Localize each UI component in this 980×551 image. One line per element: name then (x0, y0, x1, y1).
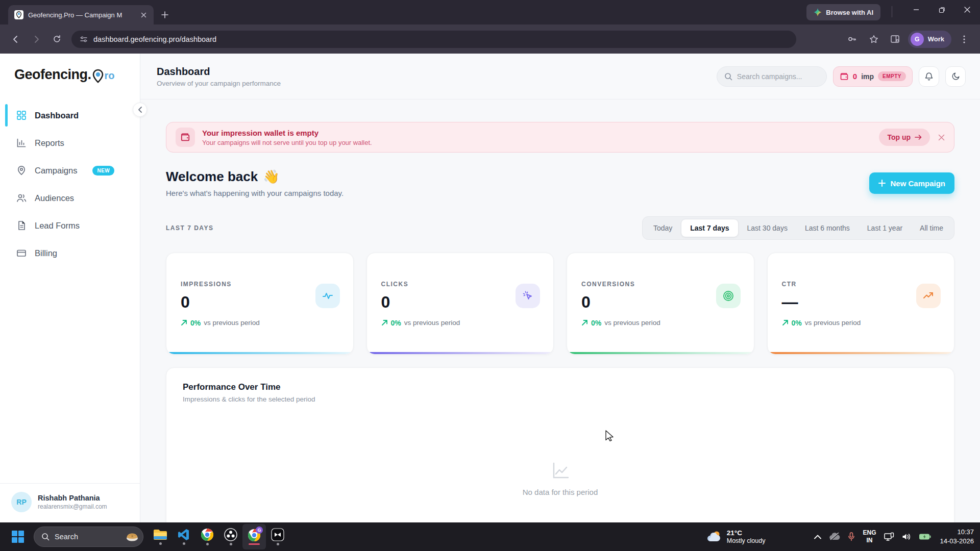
tab-today[interactable]: Today (645, 219, 681, 237)
sidebar-item-reports[interactable]: Reports (0, 129, 140, 157)
tab-favicon (14, 10, 23, 19)
browse-with-ai-button[interactable]: Browse with AI (806, 4, 880, 20)
tab-last-30-days[interactable]: Last 30 days (739, 219, 796, 237)
period-controls: LAST 7 DAYS Today Last 7 days Last 30 da… (166, 216, 954, 240)
taskbar-clock[interactable]: 10:37 14-03-2026 (940, 528, 974, 546)
clicks-card: CLICKS 0 0% vs previous period (366, 253, 554, 355)
grid-icon (16, 110, 27, 120)
new-campaign-button[interactable]: New Campaign (869, 172, 954, 194)
arrow-right-icon (915, 134, 922, 140)
search-highlight-icon: π (125, 529, 140, 544)
accent-bar (166, 352, 353, 354)
close-window-button[interactable] (954, 0, 980, 19)
empty-message: No data for this period (523, 488, 598, 496)
alert-close-icon[interactable] (938, 134, 945, 141)
tab-close-icon[interactable] (138, 10, 149, 20)
sidebar-nav: Dashboard Reports Campaigns NEW Audienc (0, 102, 140, 267)
active-indicator (5, 104, 8, 127)
tab-last-1-year[interactable]: Last 1 year (859, 219, 911, 237)
new-tab-button[interactable] (158, 8, 172, 22)
ctr-card: CTR — 0% vs previous period (767, 253, 955, 355)
forward-button[interactable] (28, 31, 45, 48)
mouse-cursor (605, 430, 615, 441)
activity-icon (315, 284, 340, 308)
reload-button[interactable] (48, 31, 65, 48)
users-icon (16, 193, 27, 203)
tab-bar: Geofencing.Pro — Campaign M Browse with … (0, 0, 980, 24)
chrome-work-profile-button[interactable]: G (242, 524, 266, 549)
search-campaigns-box[interactable] (717, 66, 827, 87)
tab-last-6-months[interactable]: Last 6 months (796, 219, 859, 237)
arrow-up-right-icon (381, 319, 388, 326)
svg-text:π: π (131, 534, 133, 538)
browser-chrome: Geofencing.Pro — Campaign M Browse with … (0, 0, 980, 54)
network-icon[interactable] (884, 532, 894, 541)
sidebar: Geofencing. ro Dashboard Reports (0, 54, 140, 522)
welcome-title: Welcome back (166, 169, 258, 185)
tab-last-7-days[interactable]: Last 7 days (681, 219, 738, 237)
microphone-icon[interactable] (848, 532, 855, 541)
sidebar-item-dashboard[interactable]: Dashboard (0, 102, 140, 129)
capcut-button[interactable] (266, 524, 289, 549)
empty-chart-icon (550, 460, 571, 482)
browser-toolbar: dashboard.geofencing.pro/dashboard G Wor… (0, 24, 980, 54)
minimize-button[interactable] (903, 0, 929, 19)
notifications-button[interactable] (919, 66, 939, 87)
taskbar-search-box[interactable]: Search π (34, 527, 143, 547)
sidebar-item-campaigns[interactable]: Campaigns NEW (0, 157, 140, 184)
top-up-button[interactable]: Top up (879, 129, 930, 146)
welcome-subtitle: Here's what's happening with your campai… (166, 189, 344, 197)
obs-button[interactable] (219, 524, 242, 549)
tab-all-time[interactable]: All time (911, 219, 952, 237)
clock-time: 10:37 (940, 528, 974, 537)
weather-widget[interactable]: 21°C Mostly cloudy (707, 529, 766, 544)
cursor-click-icon (516, 284, 540, 308)
browser-profile-button[interactable]: G Work (908, 31, 951, 48)
window-controls (903, 0, 980, 19)
tray-chevron-up-icon[interactable] (814, 535, 821, 539)
chrome-button[interactable] (195, 524, 219, 549)
side-panel-icon[interactable] (887, 31, 904, 48)
maximize-button[interactable] (929, 0, 954, 19)
battery-icon[interactable] (919, 533, 931, 540)
welcome-section: Welcome back 👋 Here's what's happening w… (166, 169, 954, 197)
alert-title: Your impression wallet is empty (202, 129, 372, 137)
credit-card-icon (16, 248, 27, 258)
volume-icon[interactable] (902, 533, 911, 541)
sidebar-item-audiences[interactable]: Audiences (0, 184, 140, 212)
chart-subtitle: Impressions & clicks for the selected pe… (183, 395, 938, 403)
profile-avatar: G (911, 33, 924, 46)
trending-up-icon (916, 284, 941, 308)
date-range-tabs: Today Last 7 days Last 30 days Last 6 mo… (642, 216, 954, 240)
site-settings-icon[interactable] (80, 35, 88, 43)
browser-tab[interactable]: Geofencing.Pro — Campaign M (8, 5, 154, 24)
app-logo[interactable]: Geofencing. ro (0, 54, 140, 83)
sidebar-user[interactable]: RP Rishabh Pathania realarensmix@gmail.c… (0, 483, 140, 522)
wallet-icon (840, 72, 849, 81)
browser-menu-icon[interactable] (955, 31, 973, 48)
taskbar-search-label: Search (55, 533, 119, 541)
file-explorer-button[interactable] (149, 524, 172, 549)
onedrive-paused-icon[interactable] (829, 533, 840, 541)
bar-chart-icon (16, 138, 27, 148)
dark-mode-toggle[interactable] (945, 66, 966, 87)
search-input[interactable] (737, 72, 814, 81)
wallet-unit: imp (861, 72, 874, 81)
impression-wallet-chip[interactable]: 0 imp EMPTY (833, 66, 913, 87)
start-button[interactable] (7, 525, 29, 548)
address-bar[interactable]: dashboard.geofencing.pro/dashboard (71, 31, 796, 48)
plus-icon (878, 180, 886, 187)
chart-title: Performance Over Time (183, 382, 938, 392)
sidebar-item-lead-forms[interactable]: Lead Forms (0, 212, 140, 239)
back-button[interactable] (7, 31, 24, 48)
bookmark-star-icon[interactable] (865, 31, 883, 48)
impressions-card: IMPRESSIONS 0 0% vs previous period (166, 253, 354, 355)
user-name: Rishabh Pathania (38, 494, 107, 502)
sidebar-item-billing[interactable]: Billing (0, 239, 140, 267)
vscode-button[interactable] (172, 524, 195, 549)
arrow-up-right-icon (782, 319, 789, 326)
language-indicator[interactable]: ENG IN (863, 529, 876, 544)
weather-icon (707, 530, 722, 543)
dashboard-content: Your impression wallet is empty Your cam… (140, 99, 980, 522)
password-key-icon[interactable] (844, 31, 861, 48)
